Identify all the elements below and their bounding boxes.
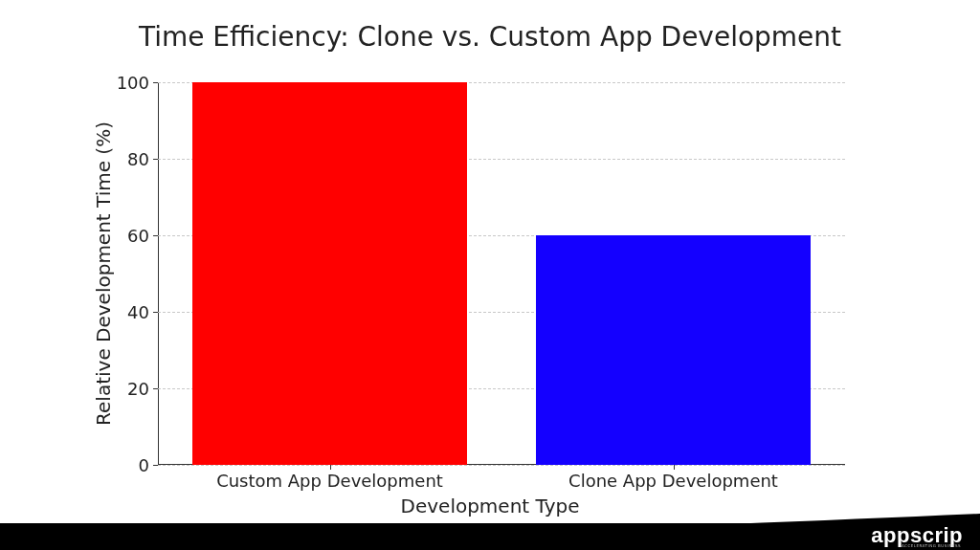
x-tick-label: Custom App Development: [216, 471, 443, 491]
bar: [192, 82, 467, 465]
x-tick-mark: [674, 465, 675, 470]
y-tick-label: 100: [101, 73, 149, 93]
footer-bar: [0, 523, 980, 550]
y-tick-label: 80: [101, 149, 149, 169]
chart-title: Time Efficiency: Clone vs. Custom App De…: [0, 21, 980, 53]
chart-container: Time Efficiency: Clone vs. Custom App De…: [0, 0, 980, 550]
y-tick-label: 20: [101, 379, 149, 399]
y-tick-mark: [153, 235, 158, 236]
x-tick-mark: [330, 465, 331, 470]
y-tick-label: 40: [101, 302, 149, 322]
y-tick-label: 60: [101, 226, 149, 246]
y-tick-mark: [153, 465, 158, 466]
x-tick-label: Clone App Development: [568, 471, 778, 491]
y-tick-label: 0: [101, 455, 149, 475]
y-tick-mark: [153, 159, 158, 160]
y-tick-mark: [153, 388, 158, 389]
y-tick-mark: [153, 312, 158, 313]
plot-area: [158, 82, 845, 465]
y-tick-mark: [153, 82, 158, 83]
y-axis-spine: [158, 82, 159, 465]
bar: [536, 235, 811, 465]
gridline: [158, 465, 845, 466]
brand-tagline: ACCELERATING BUSINESS: [902, 543, 961, 548]
